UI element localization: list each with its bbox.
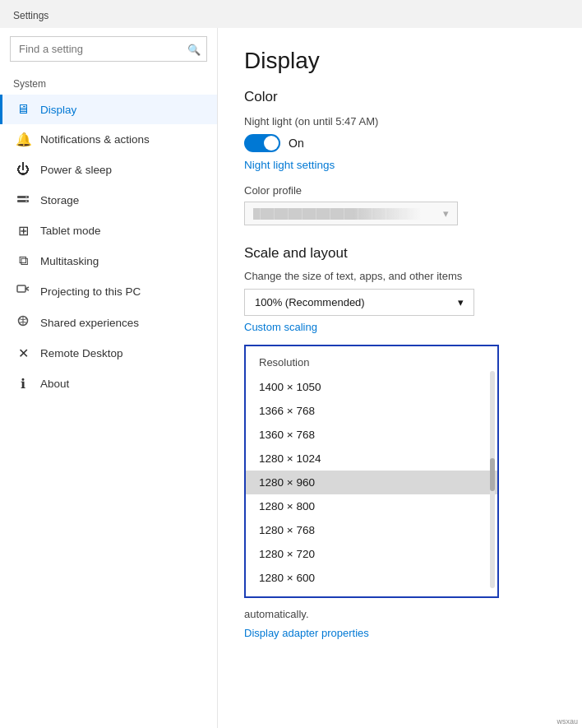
resolution-item[interactable]: 1280 × 768 bbox=[246, 518, 497, 542]
sidebar-item-storage[interactable]: Storage bbox=[0, 184, 217, 216]
sidebar-item-label: Shared experiences bbox=[40, 317, 139, 329]
svg-rect-4 bbox=[17, 285, 25, 292]
night-light-settings-link[interactable]: Night light settings bbox=[244, 159, 556, 171]
sidebar-item-label: Tablet mode bbox=[40, 225, 101, 237]
sidebar-item-power[interactable]: ⏻ Power & sleep bbox=[0, 155, 217, 184]
sidebar-item-display[interactable]: 🖥 Display bbox=[0, 95, 217, 124]
resolution-item[interactable]: 1360 × 768 bbox=[246, 423, 497, 447]
system-section-label: System bbox=[0, 75, 217, 95]
display-icon: 🖥 bbox=[16, 102, 30, 117]
sidebar-item-label: Display bbox=[40, 104, 76, 116]
sidebar-item-label: Power & sleep bbox=[40, 164, 112, 176]
scrollbar[interactable] bbox=[490, 371, 495, 588]
about-icon: ℹ bbox=[16, 376, 30, 392]
night-light-label: Night light (on until 5:47 AM) bbox=[244, 115, 556, 128]
sidebar-item-label: Notifications & actions bbox=[40, 133, 150, 146]
color-section: Color Night light (on until 5:47 AM) On … bbox=[244, 89, 556, 225]
chevron-down-icon: ▾ bbox=[458, 296, 464, 308]
power-icon: ⏻ bbox=[16, 162, 30, 177]
title-bar: Settings bbox=[0, 0, 582, 28]
search-icon: 🔍 bbox=[187, 43, 201, 55]
sidebar-item-multitasking[interactable]: ⧉ Multitasking bbox=[0, 246, 217, 276]
sidebar-item-projecting[interactable]: Projecting to this PC bbox=[0, 276, 217, 307]
svg-point-3 bbox=[25, 201, 27, 202]
sidebar-item-tablet[interactable]: ⊞ Tablet mode bbox=[0, 216, 217, 246]
scale-description: Change the size of text, apps, and other… bbox=[244, 270, 556, 282]
scale-section-title: Scale and layout bbox=[244, 245, 556, 262]
resolution-list: 1400 × 1050 1366 × 768 1360 × 768 1280 ×… bbox=[246, 375, 497, 590]
storage-icon bbox=[16, 192, 30, 208]
toggle-row: On bbox=[244, 134, 556, 152]
main-container: 🔍 System 🖥 Display 🔔 Notifications & act… bbox=[0, 28, 582, 728]
page-title: Display bbox=[244, 48, 556, 74]
svg-rect-1 bbox=[17, 200, 29, 202]
sidebar-item-notifications[interactable]: 🔔 Notifications & actions bbox=[0, 124, 217, 155]
resolution-item[interactable]: 1280 × 800 bbox=[246, 494, 497, 518]
sidebar-item-label: Remote Desktop bbox=[40, 347, 123, 359]
custom-scaling-link[interactable]: Custom scaling bbox=[244, 321, 556, 333]
resolution-item[interactable]: 1280 × 1024 bbox=[246, 447, 497, 471]
color-profile-label: Color profile bbox=[244, 184, 556, 197]
scale-dropdown[interactable]: 100% (Recommended) ▾ bbox=[244, 289, 474, 316]
main-content: Display Color Night light (on until 5:47… bbox=[218, 28, 582, 728]
sidebar-item-label: Projecting to this PC bbox=[40, 285, 141, 298]
sidebar-item-shared[interactable]: Shared experiences bbox=[0, 307, 217, 338]
sidebar-item-remote[interactable]: ✕ Remote Desktop bbox=[0, 338, 217, 369]
watermark-badge: wsxau bbox=[554, 716, 580, 726]
resolution-item-selected[interactable]: 1280 × 960 bbox=[246, 471, 497, 494]
resolution-dropdown[interactable]: Resolution 1400 × 1050 1366 × 768 1360 ×… bbox=[244, 345, 499, 598]
scrollbar-thumb[interactable] bbox=[490, 458, 495, 491]
scale-layout-section: Scale and layout Change the size of text… bbox=[244, 245, 556, 333]
notifications-icon: 🔔 bbox=[16, 132, 30, 147]
sidebar-item-label: Multitasking bbox=[40, 255, 99, 267]
projecting-icon bbox=[16, 283, 30, 299]
auto-connect-row: automatically. bbox=[244, 603, 556, 620]
multitasking-icon: ⧉ bbox=[16, 253, 30, 268]
scale-value: 100% (Recommended) bbox=[255, 296, 365, 308]
display-adapter-link[interactable]: Display adapter properties bbox=[244, 627, 556, 639]
sidebar-item-about[interactable]: ℹ About bbox=[0, 369, 217, 399]
resolution-item[interactable]: 1280 × 720 bbox=[246, 542, 497, 566]
color-profile-dropdown[interactable]: ████████████████████████ ▾ bbox=[244, 202, 458, 225]
search-input[interactable] bbox=[10, 36, 207, 62]
resolution-header: Resolution bbox=[246, 356, 497, 375]
auto-connect-text: automatically. bbox=[244, 608, 309, 620]
resolution-item[interactable]: 1400 × 1050 bbox=[246, 375, 497, 399]
remote-icon: ✕ bbox=[16, 345, 30, 361]
tablet-icon: ⊞ bbox=[16, 223, 30, 239]
resolution-item[interactable]: 1366 × 768 bbox=[246, 399, 497, 423]
svg-point-2 bbox=[25, 197, 27, 198]
svg-rect-0 bbox=[17, 196, 29, 198]
resolution-item[interactable]: 1280 × 600 bbox=[246, 566, 497, 590]
night-light-toggle[interactable] bbox=[244, 134, 280, 152]
app-title: Settings bbox=[13, 10, 48, 21]
sidebar-item-label: About bbox=[40, 378, 69, 390]
chevron-down-icon: ▾ bbox=[443, 207, 449, 220]
shared-icon bbox=[16, 314, 30, 331]
sidebar-item-label: Storage bbox=[40, 194, 79, 206]
search-box[interactable]: 🔍 bbox=[10, 36, 207, 62]
sidebar: 🔍 System 🖥 Display 🔔 Notifications & act… bbox=[0, 28, 218, 728]
color-section-title: Color bbox=[244, 89, 556, 105]
color-profile-value: ████████████████████████ bbox=[253, 208, 421, 220]
toggle-label: On bbox=[289, 137, 304, 150]
